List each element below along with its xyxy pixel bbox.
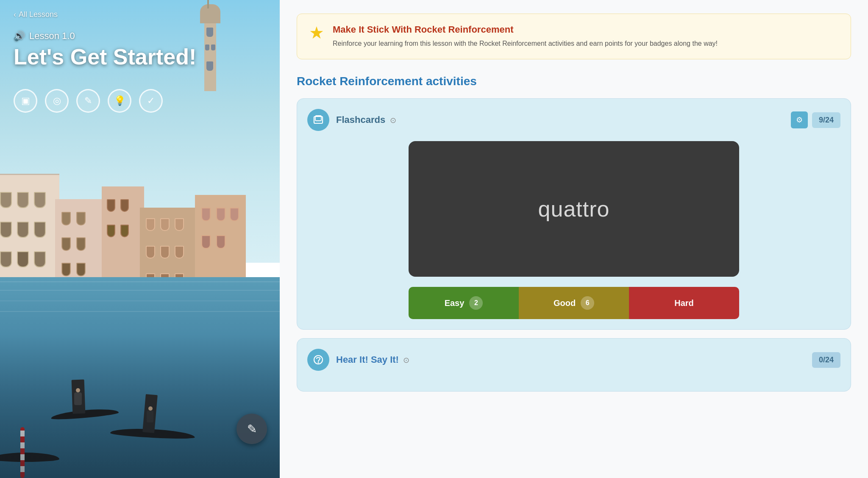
banner-body: Reinforce your learning from this lesson… [333, 39, 718, 49]
hear-header-right: 0/24 [812, 352, 840, 368]
activity-icon-slides[interactable]: ▣ [14, 89, 37, 113]
left-panel: ‹ All Lessons 🔊 Lesson 1.0 Let's Get Sta… [0, 0, 280, 478]
hard-label: Hard [674, 298, 694, 308]
reinforcement-banner: ★ Make It Stick With Rocket Reinforcemen… [297, 14, 851, 59]
float-edit-button[interactable]: ✎ [236, 414, 267, 444]
hear-progress-badge: 0/24 [812, 352, 840, 368]
gear-icon: ⚙ [796, 115, 803, 125]
flashcards-help-icon[interactable]: ⊙ [390, 116, 396, 125]
hear-card: Hear It! Say It! ⊙ 0/24 [297, 338, 851, 392]
flashcards-progress-badge: 9/24 [812, 112, 840, 128]
right-panel: ★ Make It Stick With Rocket Reinforcemen… [280, 0, 868, 478]
flashcards-icon [307, 109, 329, 131]
speaker-icon: 🔊 [14, 31, 25, 42]
flashcards-card: Flashcards ⊙ ⚙ 9/24 quattro Easy 2 Good [297, 98, 851, 330]
flashcards-settings-button[interactable]: ⚙ [791, 111, 808, 128]
lesson-info: 🔊 Lesson 1.0 Let's Get Started! [14, 31, 196, 69]
activity-icon-check[interactable]: ✓ [139, 89, 163, 113]
easy-count: 2 [469, 296, 483, 310]
flashcard-word: quattro [538, 196, 610, 222]
easy-label: Easy [445, 298, 465, 308]
good-count: 6 [581, 296, 594, 310]
flashcard-display[interactable]: quattro [409, 141, 739, 277]
lesson-number: 🔊 Lesson 1.0 [14, 31, 196, 42]
star-icon: ★ [309, 24, 324, 41]
flashcards-title: Flashcards ⊙ [336, 114, 396, 125]
activity-icons: ▣ ◎ ✎ 💡 ✓ [14, 89, 163, 113]
flashcards-header: Flashcards ⊙ ⚙ 9/24 [307, 109, 840, 131]
edit-icon: ✎ [247, 422, 257, 436]
bottom-overlay [0, 335, 280, 478]
svg-point-3 [318, 362, 319, 364]
banner-content: Make It Stick With Rocket Reinforcement … [333, 24, 718, 49]
lesson-title: Let's Get Started! [14, 45, 196, 69]
back-chevron-icon: ‹ [14, 10, 16, 19]
hear-help-icon[interactable]: ⊙ [403, 356, 409, 364]
hear-title-text: Hear It! Say It! [336, 354, 399, 365]
back-link[interactable]: ‹ All Lessons [14, 10, 266, 19]
hard-button[interactable]: Hard [629, 287, 739, 319]
good-label: Good [554, 298, 576, 308]
flashcards-header-left: Flashcards ⊙ [307, 109, 396, 131]
tower-body [204, 19, 216, 91]
easy-button[interactable]: Easy 2 [409, 287, 519, 319]
section-title: Rocket Reinforcement activities [297, 75, 851, 88]
good-button[interactable]: Good 6 [519, 287, 629, 319]
back-label: All Lessons [19, 10, 58, 19]
hear-icon [307, 349, 329, 371]
hear-header: Hear It! Say It! ⊙ 0/24 [307, 349, 840, 371]
activity-icon-audio[interactable]: ◎ [45, 89, 69, 113]
banner-title: Make It Stick With Rocket Reinforcement [333, 24, 718, 35]
rating-buttons: Easy 2 Good 6 Hard [409, 287, 739, 319]
lesson-number-text: Lesson 1.0 [29, 31, 75, 42]
activity-icon-hint[interactable]: 💡 [108, 89, 131, 113]
hear-title: Hear It! Say It! ⊙ [336, 354, 409, 365]
flashcards-header-right: ⚙ 9/24 [791, 111, 840, 128]
flashcards-title-text: Flashcards [336, 114, 385, 125]
venice-scene [0, 0, 280, 478]
hear-header-left: Hear It! Say It! ⊙ [307, 349, 409, 371]
left-nav: ‹ All Lessons [0, 0, 280, 29]
activity-icon-write[interactable]: ✎ [76, 89, 100, 113]
